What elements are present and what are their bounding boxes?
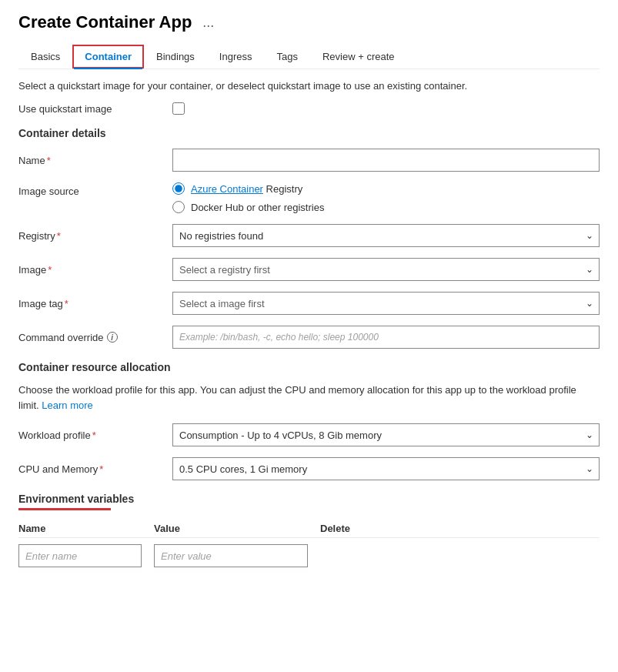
env-col-value-header: Value: [154, 523, 308, 534]
image-source-label: Image source: [18, 182, 172, 197]
radio-dockerhub-input[interactable]: [172, 201, 185, 213]
resource-allocation-title: Container resource allocation: [18, 361, 600, 373]
env-section-title: Environment variables: [18, 493, 600, 505]
radio-acr[interactable]: Azure Container Registry: [172, 182, 600, 195]
tab-bindings[interactable]: Bindings: [144, 45, 207, 69]
tabs-bar: Basics Container Bindings Ingress Tags R…: [18, 45, 600, 69]
image-select[interactable]: Select a registry first: [172, 258, 600, 281]
tab-tags[interactable]: Tags: [264, 45, 309, 69]
image-tag-label: Image tag*: [18, 298, 172, 309]
env-value-input[interactable]: [154, 544, 308, 567]
name-label: Name*: [18, 155, 172, 166]
registry-select[interactable]: No registries found: [172, 224, 600, 247]
page-description: Select a quickstart image for your conta…: [18, 80, 600, 92]
quickstart-checkbox[interactable]: [172, 102, 185, 115]
command-override-label: Command override i: [18, 332, 172, 343]
container-details-title: Container details: [18, 127, 600, 139]
workload-profile-label: Workload profile*: [18, 430, 172, 441]
ellipsis-button[interactable]: ...: [199, 13, 217, 32]
tab-basics[interactable]: Basics: [18, 45, 72, 69]
tab-ingress[interactable]: Ingress: [207, 45, 265, 69]
name-input[interactable]: [172, 149, 600, 172]
resource-allocation-desc: Choose the workload profile for this app…: [18, 383, 600, 413]
radio-acr-input[interactable]: [172, 182, 185, 195]
radio-acr-label: Azure Container Registry: [191, 183, 302, 195]
registry-label: Registry*: [18, 230, 172, 242]
image-tag-select[interactable]: Select a image first: [172, 292, 600, 315]
workload-profile-select[interactable]: Consumption - Up to 4 vCPUs, 8 Gib memor…: [172, 423, 600, 446]
command-override-info-icon[interactable]: i: [107, 332, 118, 343]
cpu-memory-label: CPU and Memory*: [18, 463, 172, 475]
radio-dockerhub-label: Docker Hub or other registries: [191, 202, 324, 213]
env-table-row: [18, 544, 600, 567]
env-col-name-header: Name: [18, 523, 142, 534]
tab-review-create[interactable]: Review + create: [310, 45, 407, 69]
cpu-memory-select[interactable]: 0.5 CPU cores, 1 Gi memory: [172, 457, 600, 480]
env-name-input[interactable]: [18, 544, 142, 567]
env-col-delete-header: Delete: [320, 523, 350, 534]
env-underline: [18, 508, 111, 510]
command-override-input[interactable]: [172, 326, 600, 349]
image-label: Image*: [18, 264, 172, 276]
quickstart-label: Use quickstart image: [18, 103, 172, 115]
env-table-header: Name Value Delete: [18, 520, 600, 538]
radio-dockerhub[interactable]: Docker Hub or other registries: [172, 201, 600, 213]
tab-container[interactable]: Container: [72, 45, 144, 69]
learn-more-link[interactable]: Learn more: [42, 400, 92, 411]
page-title: Create Container App: [18, 12, 192, 32]
